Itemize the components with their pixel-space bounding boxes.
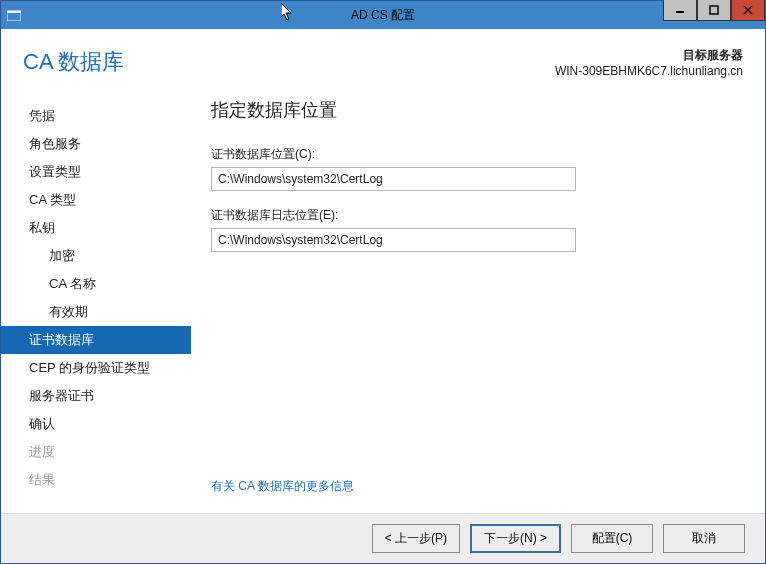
svg-rect-3 bbox=[710, 6, 718, 14]
header-row: CA 数据库 目标服务器 WIN-309EBHMK6C7.lichunliang… bbox=[1, 29, 765, 88]
svg-rect-1 bbox=[7, 11, 21, 13]
main-panel: 指定数据库位置 证书数据库位置(C): 证书数据库日志位置(E): 有关 CA … bbox=[191, 88, 765, 513]
sidebar-item-6[interactable]: CA 名称 bbox=[1, 270, 191, 298]
window-title: AD CS 配置 bbox=[351, 7, 415, 24]
cursor-icon bbox=[281, 3, 295, 23]
db-location-input[interactable] bbox=[211, 167, 576, 191]
sidebar-item-8[interactable]: 证书数据库 bbox=[1, 326, 191, 354]
db-log-location-input[interactable] bbox=[211, 228, 576, 252]
footer: < 上一步(P) 下一步(N) > 配置(C) 取消 bbox=[1, 513, 765, 563]
sidebar-item-5[interactable]: 加密 bbox=[1, 242, 191, 270]
configure-button[interactable]: 配置(C) bbox=[571, 524, 653, 553]
sidebar-item-0[interactable]: 凭据 bbox=[1, 102, 191, 130]
app-icon bbox=[7, 7, 23, 23]
sidebar-item-1[interactable]: 角色服务 bbox=[1, 130, 191, 158]
close-button[interactable] bbox=[731, 0, 765, 21]
sidebar-item-3[interactable]: CA 类型 bbox=[1, 186, 191, 214]
db-location-label: 证书数据库位置(C): bbox=[211, 146, 735, 163]
cancel-button[interactable]: 取消 bbox=[663, 524, 745, 553]
sidebar-item-12: 进度 bbox=[1, 438, 191, 466]
minimize-button[interactable] bbox=[663, 0, 697, 21]
titlebar: AD CS 配置 bbox=[1, 1, 765, 29]
sidebar-item-13: 结果 bbox=[1, 466, 191, 494]
dialog-window: AD CS 配置 CA 数据库 目标服务器 WIN-309EBHMK6C7.li… bbox=[0, 0, 766, 564]
sidebar-item-4[interactable]: 私钥 bbox=[1, 214, 191, 242]
sidebar-item-9[interactable]: CEP 的身份验证类型 bbox=[1, 354, 191, 382]
db-log-location-label: 证书数据库日志位置(E): bbox=[211, 207, 735, 224]
server-name: WIN-309EBHMK6C7.lichunliang.cn bbox=[555, 64, 743, 78]
sidebar-item-10[interactable]: 服务器证书 bbox=[1, 382, 191, 410]
sidebar: 凭据角色服务设置类型CA 类型私钥加密CA 名称有效期证书数据库CEP 的身份验… bbox=[1, 88, 191, 513]
more-info-link[interactable]: 有关 CA 数据库的更多信息 bbox=[211, 478, 354, 495]
window-controls bbox=[663, 1, 765, 29]
main-heading: 指定数据库位置 bbox=[211, 98, 735, 122]
server-label: 目标服务器 bbox=[555, 47, 743, 64]
server-info: 目标服务器 WIN-309EBHMK6C7.lichunliang.cn bbox=[555, 47, 743, 78]
maximize-button[interactable] bbox=[697, 0, 731, 21]
next-button[interactable]: 下一步(N) > bbox=[470, 524, 561, 553]
sidebar-item-2[interactable]: 设置类型 bbox=[1, 158, 191, 186]
sidebar-item-7[interactable]: 有效期 bbox=[1, 298, 191, 326]
sidebar-item-11[interactable]: 确认 bbox=[1, 410, 191, 438]
body: CA 数据库 目标服务器 WIN-309EBHMK6C7.lichunliang… bbox=[1, 29, 765, 563]
content-row: 凭据角色服务设置类型CA 类型私钥加密CA 名称有效期证书数据库CEP 的身份验… bbox=[1, 88, 765, 513]
page-title: CA 数据库 bbox=[23, 47, 124, 78]
previous-button[interactable]: < 上一步(P) bbox=[372, 524, 460, 553]
